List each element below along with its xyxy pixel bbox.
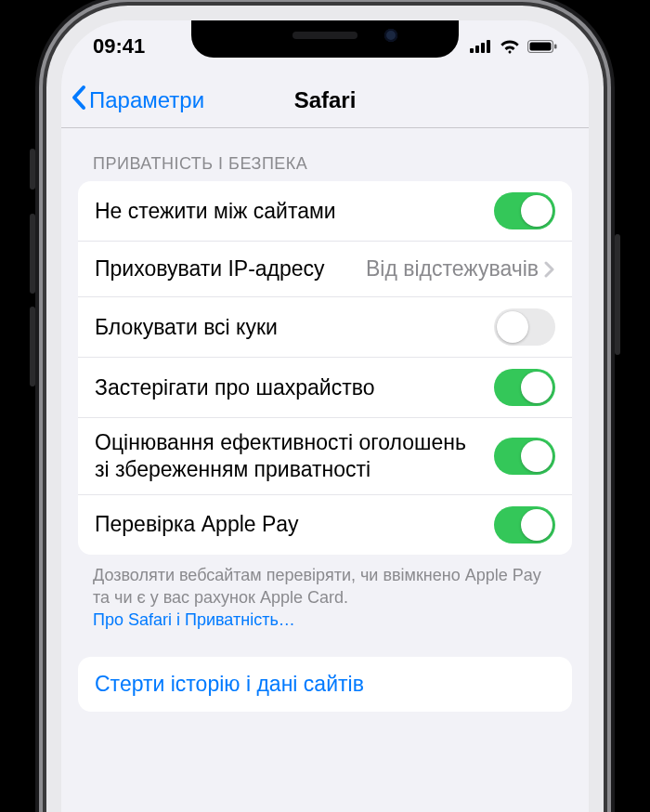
settings-group-privacy: Не стежити між сайтами Приховувати IP-ад… <box>78 181 572 555</box>
row-apple-pay-check: Перевірка Apple Pay <box>78 494 572 555</box>
volume-up-btn <box>30 214 35 294</box>
back-label: Параметри <box>89 87 204 113</box>
signal-icon <box>470 40 492 53</box>
chevron-left-icon <box>71 85 89 116</box>
row-label: Застерігати про шахрайство <box>95 374 485 401</box>
toggle-ad-effectiveness[interactable] <box>494 438 555 475</box>
screen: 09:41 <box>61 20 589 812</box>
navbar: Параметри Safari <box>61 72 589 128</box>
svg-rect-1 <box>475 46 479 53</box>
row-label: Блокувати всі куки <box>95 314 485 341</box>
svg-rect-3 <box>487 40 490 53</box>
back-button[interactable]: Параметри <box>71 72 204 127</box>
row-label: Не стежити між сайтами <box>95 198 485 225</box>
clear-history-label: Стерти історію і дані сайтів <box>95 672 364 696</box>
phone-frame: 09:41 <box>46 6 604 812</box>
wifi-icon <box>500 39 520 54</box>
row-label: Приховувати IP-адресу <box>95 255 357 282</box>
chevron-right-icon <box>544 261 555 278</box>
svg-rect-6 <box>554 45 557 49</box>
toggle-block-all-cookies[interactable] <box>494 308 555 346</box>
section-header-privacy: ПРИВАТНІСТЬ І БЕЗПЕКА <box>78 128 572 181</box>
row-label: Перевірка Apple Pay <box>95 511 485 538</box>
status-bar: 09:41 <box>61 20 589 72</box>
row-value: Від відстежувачів <box>366 256 539 282</box>
section-footer-privacy: Дозволяти вебсайтам перевіряти, чи ввімк… <box>78 555 572 632</box>
mute-switch <box>30 149 35 190</box>
svg-rect-5 <box>530 43 552 51</box>
footer-text: Дозволяти вебсайтам перевіряти, чи ввімк… <box>93 566 541 607</box>
svg-rect-2 <box>481 43 485 53</box>
row-prevent-cross-site-tracking: Не стежити між сайтами <box>78 181 572 241</box>
toggle-prevent-cross-site-tracking[interactable] <box>494 192 555 229</box>
page-title: Safari <box>294 87 357 113</box>
clear-history-button[interactable]: Стерти історію і дані сайтів <box>78 657 572 712</box>
about-safari-privacy-link[interactable]: Про Safari і Приватність… <box>93 610 295 629</box>
row-hide-ip-address[interactable]: Приховувати IP-адресу Від відстежувачів <box>78 241 572 296</box>
svg-rect-0 <box>470 48 474 53</box>
status-time: 09:41 <box>93 34 145 59</box>
toggle-apple-pay-check[interactable] <box>494 506 555 544</box>
volume-down-btn <box>30 307 35 386</box>
row-label: Оцінювання ефективності оголошень зі збе… <box>95 429 485 483</box>
toggle-fraud-warning[interactable] <box>494 369 555 406</box>
power-btn <box>615 234 620 355</box>
battery-icon <box>527 40 557 53</box>
row-ad-effectiveness: Оцінювання ефективності оголошень зі збе… <box>78 417 572 494</box>
row-fraud-warning: Застерігати про шахрайство <box>78 357 572 417</box>
row-block-all-cookies: Блокувати всі куки <box>78 296 572 357</box>
